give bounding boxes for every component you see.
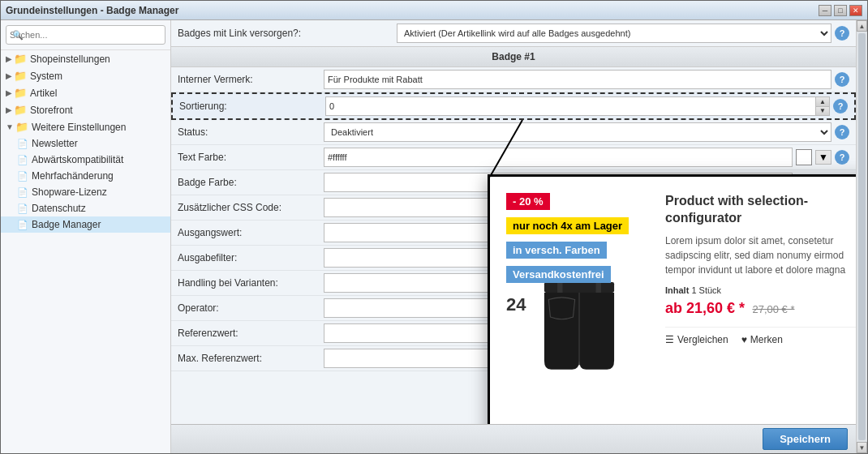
product-image-area: - 20 % nur noch 4x am Lager in versch. F…	[506, 193, 652, 424]
badge-stock: nur noch 4x am Lager	[506, 217, 629, 234]
sortierung-down[interactable]: ▼	[816, 107, 829, 116]
product-price: ab 21,60 € * 27,00 € *	[665, 300, 856, 317]
scroll-down-button[interactable]: ▼	[857, 442, 867, 453]
sortierung-input[interactable]	[325, 96, 816, 116]
status-select[interactable]: Deaktiviert	[324, 122, 831, 142]
product-card: - 20 % nur noch 4x am Lager in versch. F…	[506, 193, 856, 424]
expand-icon: ▼	[6, 122, 14, 131]
status-label: Status:	[178, 126, 324, 138]
interner-vermerk-label: Interner Vermerk:	[178, 74, 324, 85]
sidebar-item-label: Newsletter	[32, 138, 78, 149]
sortierung-label: Sortierung:	[179, 101, 325, 112]
svg-rect-1	[544, 282, 614, 293]
doc-icon: 📄	[17, 155, 28, 165]
badges-link-help[interactable]: ?	[835, 26, 849, 41]
text-farbe-label: Text Farbe:	[178, 152, 324, 163]
spinner-buttons: ▲ ▼	[816, 96, 830, 116]
dropdown-icon: ▼	[815, 150, 831, 165]
window-controls: ─ □ ✕	[819, 5, 862, 16]
product-title: Product with selection-configurator	[665, 193, 856, 227]
right-panel: Badges mit Link versorgen?: Aktiviert (D…	[171, 20, 856, 453]
sidebar-item-datenschutz[interactable]: 📄 Datenschutz	[1, 200, 170, 216]
sortierung-up[interactable]: ▲	[816, 97, 829, 107]
scrollbar: ▲ ▼	[856, 20, 867, 453]
save-button[interactable]: Speichern	[763, 428, 848, 450]
badges-link-select[interactable]: Aktiviert (Der Artikellink wird auf alle…	[397, 24, 831, 43]
sidebar-item-label: Mehrfachänderung	[32, 170, 114, 182]
expand-icon: ▶	[6, 88, 12, 97]
sidebar-item-label: Artikel	[30, 88, 57, 99]
unit-label: Inhalt	[665, 285, 689, 295]
sidebar-item-weitere[interactable]: ▼ 📁 Weitere Einstellungen	[1, 118, 170, 135]
operator-label: Operator:	[178, 302, 324, 314]
maximize-button[interactable]: □	[834, 5, 847, 16]
heart-icon: ♥	[741, 334, 747, 345]
compare-icon: ☰	[665, 334, 674, 345]
sidebar-item-label: Abwärtskompatibilität	[32, 154, 123, 165]
expand-icon: ▶	[6, 71, 12, 80]
window-title: Grundeinstellungen - Badge Manager	[6, 5, 178, 16]
sidebar-item-label: Shopeinstellungen	[30, 54, 110, 65]
text-farbe-input[interactable]	[324, 148, 793, 167]
sidebar-item-storefront[interactable]: ▶ 📁 Storefront	[1, 101, 170, 118]
doc-icon: 📄	[17, 220, 28, 230]
badge-farbe-label: Badge Farbe:	[178, 177, 324, 188]
product-unit: Inhalt 1 Stück	[665, 285, 856, 295]
sidebar-item-newsletter[interactable]: 📄 Newsletter	[1, 135, 170, 152]
badges-link-row: Badges mit Link versorgen?: Aktiviert (D…	[171, 20, 856, 47]
doc-icon: 📄	[17, 139, 28, 149]
sidebar-item-label: Badge Manager	[32, 219, 101, 230]
main-content: 🔍 ▶ 📁 Shopeinstellungen ▶ 📁 System ▶ 📁 A…	[1, 20, 867, 453]
wishlist-label: Merken	[750, 334, 783, 345]
sidebar-item-artikel[interactable]: ▶ 📁 Artikel	[1, 84, 170, 101]
text-farbe-row: Text Farbe: ▼ ?	[171, 145, 856, 170]
badge-shipping: Versandkostenfrei	[506, 266, 611, 283]
badge-variants: in versch. Farben	[506, 242, 607, 259]
sidebar-item-label: Shopware-Lizenz	[32, 186, 107, 198]
text-farbe-swatch[interactable]	[796, 149, 812, 165]
compare-link[interactable]: ☰ Vergleichen	[665, 334, 728, 345]
sidebar-item-system[interactable]: ▶ 📁 System	[1, 67, 170, 84]
product-desc: Lorem ipsum dolor sit amet, consetetur s…	[665, 233, 856, 277]
search-box: 🔍	[1, 20, 170, 50]
svg-rect-3	[595, 282, 600, 294]
ausgangswert-label: Ausgangswert:	[178, 227, 324, 238]
handling-label: Handling bei Varianten:	[178, 277, 324, 289]
svg-rect-2	[557, 282, 562, 294]
interner-vermerk-input[interactable]	[324, 70, 831, 89]
sidebar-item-shopeinstellungen[interactable]: ▶ 📁 Shopeinstellungen	[1, 50, 170, 67]
product-image	[535, 282, 624, 396]
minimize-button[interactable]: ─	[819, 5, 831, 16]
price-main: ab 21,60 € *	[665, 300, 745, 316]
search-input[interactable]	[6, 25, 165, 45]
scroll-up-button[interactable]: ▲	[857, 20, 867, 32]
text-farbe-help[interactable]: ?	[835, 150, 849, 165]
preview-overlay: - 20 % nur noch 4x am Lager in versch. F…	[488, 174, 856, 424]
unit-value: 1 Stück	[691, 285, 721, 295]
status-help[interactable]: ?	[835, 125, 849, 139]
sortierung-help[interactable]: ?	[833, 99, 848, 114]
wishlist-link[interactable]: ♥ Merken	[741, 334, 783, 345]
interner-vermerk-help[interactable]: ?	[835, 72, 849, 87]
sidebar-item-label: Datenschutz	[32, 203, 86, 214]
sidebar-item-mehrfach[interactable]: 📄 Mehrfachänderung	[1, 168, 170, 184]
referenzwert-label: Referenzwert:	[178, 328, 324, 339]
sidebar-item-abwaerts[interactable]: 📄 Abwärtskompatibilität	[1, 152, 170, 168]
close-button[interactable]: ✕	[849, 5, 862, 16]
product-info: Product with selection-configurator Lore…	[665, 193, 856, 424]
sidebar-item-badge[interactable]: 📄 Badge Manager	[1, 216, 170, 233]
badge-header: Badge #1	[171, 47, 856, 67]
compare-label: Vergleichen	[677, 334, 728, 345]
css-label: Zusätzlicher CSS Code:	[178, 202, 324, 213]
sortierung-row: Sortierung: ▲ ▼ ?	[171, 92, 856, 120]
interner-vermerk-row: Interner Vermerk: ?	[171, 67, 856, 92]
sidebar: 🔍 ▶ 📁 Shopeinstellungen ▶ 📁 System ▶ 📁 A…	[1, 20, 171, 453]
status-row: Status: Deaktiviert ?	[171, 120, 856, 145]
titlebar: Grundeinstellungen - Badge Manager ─ □ ✕	[1, 1, 867, 20]
scroll-thumb[interactable]	[858, 33, 866, 440]
sidebar-item-shopware[interactable]: 📄 Shopware-Lizenz	[1, 184, 170, 200]
max-referenzwert-label: Max. Referenzwert:	[178, 353, 324, 364]
doc-icon: 📄	[17, 203, 28, 214]
ausgabefilter-label: Ausgabefilter:	[178, 252, 324, 263]
search-icon: 🔍	[12, 30, 24, 41]
